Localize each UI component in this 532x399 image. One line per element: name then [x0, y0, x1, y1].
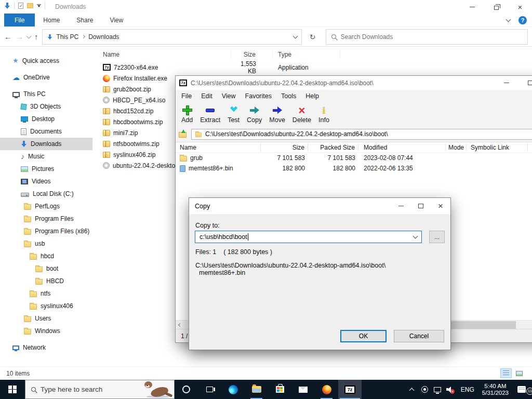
store-button[interactable]: [268, 380, 291, 399]
restore-button[interactable]: [484, 0, 508, 14]
taskbar-search-input[interactable]: Type here to search: [25, 380, 175, 399]
sidebar-item-perflogs[interactable]: PerfLogs: [0, 200, 92, 212]
sidebar-item-documents[interactable]: Documents: [0, 125, 92, 138]
sidebar-item-onedrive[interactable]: ☁OneDrive: [0, 71, 92, 84]
column-header-size[interactable]: Size: [261, 143, 308, 152]
tab-home[interactable]: Home: [35, 14, 68, 26]
breadcrumb-downloads[interactable]: Downloads: [88, 33, 119, 41]
menu-item-view[interactable]: View: [217, 92, 241, 100]
mail-button[interactable]: [291, 380, 315, 399]
language-indicator[interactable]: ENG: [457, 386, 478, 393]
info-tool-button[interactable]: iInfo: [315, 104, 333, 125]
archive-row-grub[interactable]: grub7 101 5837 101 5832023-02-08 07:44: [176, 153, 532, 163]
details-view-button[interactable]: [500, 368, 512, 378]
close-button[interactable]: ×: [431, 198, 450, 214]
tab-file[interactable]: File: [4, 14, 35, 26]
minimize-button[interactable]: [495, 76, 518, 90]
menu-item-edit[interactable]: Edit: [196, 92, 217, 100]
meet-now-button[interactable]: [418, 386, 431, 393]
sidebar-item-hbcd[interactable]: HBCD: [0, 275, 92, 287]
column-header-size[interactable]: Size: [231, 50, 273, 59]
menu-item-file[interactable]: File: [177, 92, 196, 100]
sidebar-item-downloads[interactable]: Downloads: [0, 138, 92, 150]
notifications-button[interactable]: 11: [513, 386, 530, 393]
clock[interactable]: 5:40 AM 5/31/2023: [478, 383, 513, 396]
sidebar-item-syslinux406[interactable]: syslinux406: [0, 300, 92, 312]
sidebar-item-desktop[interactable]: Desktop: [0, 113, 92, 125]
up-one-level-icon[interactable]: [179, 132, 187, 138]
sevenzip-button[interactable]: 7z: [338, 380, 362, 399]
task-view-button[interactable]: [198, 380, 221, 399]
customize-qat-icon[interactable]: [37, 4, 41, 7]
column-header-modified[interactable]: Modified: [358, 143, 446, 152]
scroll-left-button[interactable]: [176, 321, 184, 329]
sidebar-item-program-files[interactable]: Program Files: [0, 212, 92, 225]
sidebar-item-hbcd[interactable]: hbcd: [0, 250, 92, 262]
column-header-type[interactable]: Type: [273, 50, 340, 59]
back-button[interactable]: ←: [4, 33, 12, 41]
sidebar-item-network[interactable]: Network: [0, 341, 92, 354]
sidebar-item-usb[interactable]: usb: [0, 237, 92, 250]
combo-dropdown-icon[interactable]: [413, 234, 418, 239]
sidebar-item-videos[interactable]: Videos: [0, 175, 92, 188]
delete-tool-button[interactable]: ×Delete: [289, 104, 315, 125]
close-button[interactable]: ×: [508, 0, 532, 14]
move-tool-button[interactable]: Move: [265, 104, 289, 125]
test-tool-button[interactable]: Test: [224, 104, 243, 125]
edge-button[interactable]: [221, 380, 245, 399]
sidebar-item-users[interactable]: Users: [0, 312, 92, 325]
recent-locations-icon[interactable]: [26, 33, 32, 38]
file-row-7z2300-x64-exe[interactable]: 7z7z2300-x64.exe1,553 KBApplication: [99, 62, 532, 73]
volume-button[interactable]: ×: [444, 386, 457, 393]
cortana-button[interactable]: [175, 380, 198, 399]
file-explorer-button[interactable]: [245, 380, 268, 399]
sevenzip-address-input[interactable]: C:\Users\test\Downloads\ubuntu-22.04.2-d…: [191, 129, 532, 140]
sidebar-item-local-disk-c[interactable]: Local Disk (C:): [0, 188, 92, 200]
archive-row-memtest86-bin[interactable]: memtest86+.bin182 800182 8002022-02-06 1…: [176, 163, 532, 174]
column-header-packed-size[interactable]: Packed Size: [308, 143, 358, 152]
ok-button[interactable]: OK: [340, 330, 387, 342]
maximize-button[interactable]: [411, 198, 431, 214]
column-header-symbolic-link[interactable]: Symbolic Link: [467, 143, 528, 152]
sidebar-item-music[interactable]: ♪Music: [0, 150, 92, 163]
expand-ribbon-icon[interactable]: [506, 17, 511, 22]
sidebar-item-3d-objects[interactable]: 3D Objects: [0, 100, 92, 113]
add-tool-button[interactable]: Add: [178, 104, 196, 125]
sidebar-item-this-pc[interactable]: This PC: [0, 88, 92, 100]
refresh-button[interactable]: ↻: [305, 29, 320, 45]
menu-item-help[interactable]: Help: [301, 92, 324, 100]
extract-tool-button[interactable]: Extract: [196, 104, 224, 125]
sidebar-item-boot[interactable]: boot: [0, 262, 92, 275]
breadcrumb-this-pc[interactable]: This PC: [57, 33, 79, 41]
menu-item-favorites[interactable]: Favorites: [241, 92, 276, 100]
tab-view[interactable]: View: [101, 14, 131, 26]
destination-path-input[interactable]: c:\usb\hbcd\boot: [195, 231, 422, 243]
cancel-button[interactable]: Cancel: [394, 330, 444, 342]
forward-button[interactable]: →: [16, 33, 23, 41]
sidebar-item-program-files-x86[interactable]: Program Files (x86): [0, 225, 92, 237]
column-header-name[interactable]: Name: [99, 50, 231, 59]
up-button[interactable]: ↑: [34, 33, 38, 41]
show-hidden-icons-button[interactable]: [405, 387, 418, 392]
address-bar[interactable]: This PC Downloads: [42, 29, 302, 45]
sidebar-item-quick-access[interactable]: ★Quick access: [0, 55, 92, 67]
sidebar-item-ntfs[interactable]: ntfs: [0, 287, 92, 300]
maximize-button[interactable]: [518, 76, 532, 90]
sidebar-item-pictures[interactable]: Pictures: [0, 163, 92, 175]
thumbnails-view-button[interactable]: [513, 368, 525, 378]
properties-icon[interactable]: [18, 3, 23, 9]
column-header-name[interactable]: Name: [176, 143, 261, 152]
browse-button[interactable]: ...: [429, 231, 445, 243]
minimize-button[interactable]: [460, 0, 484, 14]
copy-tool-button[interactable]: Copy: [243, 104, 265, 125]
help-icon[interactable]: ?: [518, 16, 527, 24]
network-button[interactable]: [431, 387, 444, 392]
explorer-search-input[interactable]: Search Downloads: [326, 29, 528, 45]
column-header-mode[interactable]: Mode: [446, 143, 467, 152]
sidebar-item-windows[interactable]: Windows: [0, 325, 92, 337]
address-dropdown-icon[interactable]: [292, 33, 298, 38]
tab-share[interactable]: Share: [68, 14, 101, 26]
minimize-button[interactable]: [391, 198, 411, 214]
start-button[interactable]: [0, 380, 25, 399]
new-folder-icon[interactable]: [27, 3, 33, 8]
